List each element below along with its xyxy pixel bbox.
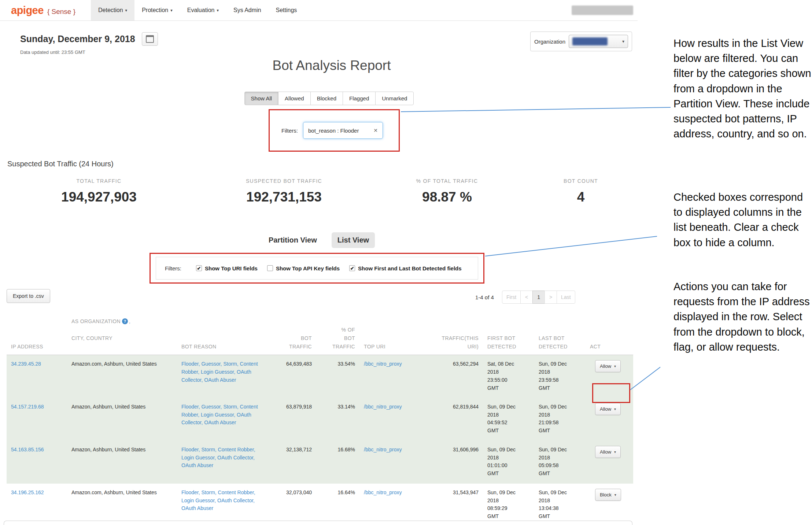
action-dropdown[interactable]: Allow▾ <box>595 446 621 458</box>
callout-line-action <box>630 367 660 390</box>
col-bot-reason[interactable]: BOT REASON <box>177 309 267 355</box>
top-uri-link[interactable]: /bbc_nitro_proxy <box>364 361 402 367</box>
checkbox-show-top-uri-fields[interactable]: ✔ Show Top URI fields <box>196 265 258 271</box>
first-bot-detected-cell: Sun, 09 Dec 2018 01:01:00 GMT <box>483 441 534 484</box>
action-dropdown[interactable]: Allow▾ <box>595 403 621 415</box>
checkbox-icon[interactable]: ✔ <box>349 265 355 271</box>
checkbox-show-top-api-key-fields[interactable]: Show Top API Key fields <box>267 265 340 271</box>
ip-address-cell: 54.157.219.68 <box>7 398 67 441</box>
ip-address-cell: 54.163.85.156 <box>7 441 67 484</box>
help-icon[interactable]: ? <box>122 318 128 324</box>
checkbox-label: Show First and Last Bot Detected fields <box>358 265 462 271</box>
bot-traffic-cell: 64,639,483 <box>267 355 316 398</box>
bot-reason-link[interactable]: Guessor, <box>201 404 222 410</box>
tab-partition-view[interactable]: Partition View <box>263 232 323 248</box>
date-block: Sunday, December 9, 2018 Data updated un… <box>20 32 158 55</box>
organization-dropdown[interactable]: ▾ <box>569 35 628 48</box>
bot-reason-link[interactable]: Login Guessor, <box>201 369 235 375</box>
bot-reason-link[interactable]: Flooder, <box>181 361 200 367</box>
nav-item-label: Settings <box>276 7 297 14</box>
pagination-next-button[interactable]: > <box>545 291 557 304</box>
col-bot-traffic[interactable]: BOT TRAFFIC <box>267 309 316 355</box>
status-tabs: Show All Allowed Blocked Flagged Unmarke… <box>10 92 648 105</box>
bot-reason-link[interactable]: Flooder, <box>181 489 200 495</box>
bot-reason-link[interactable]: Flooder, <box>181 447 200 452</box>
brand: apigee { Sense } <box>11 4 75 16</box>
nav-item-protection[interactable]: Protection ▾ <box>134 0 180 21</box>
bot-reason-link[interactable]: OAuth Collector, <box>217 498 255 503</box>
col-as-organization[interactable]: AS ORGANIZATION?, CITY, COUNTRY <box>67 309 177 355</box>
organization-control: Organization ▾ <box>530 32 632 51</box>
bot-reason-link[interactable]: Content Robber, <box>218 447 255 452</box>
col-pct-bot-traffic[interactable]: % OF BOT TRAFFIC <box>316 309 359 355</box>
tab-blocked[interactable]: Blocked <box>310 92 343 105</box>
tab-allowed[interactable]: Allowed <box>278 92 311 105</box>
bot-reason-link[interactable]: Login Guessor, <box>181 498 216 503</box>
ip-address-link[interactable]: 54.157.219.68 <box>11 404 44 410</box>
act-cell: Block▾ <box>586 484 633 525</box>
top-uri-link[interactable]: /bbc_nitro_proxy <box>364 447 402 452</box>
pagination-first-button[interactable]: First <box>502 291 521 304</box>
checkbox-show-first-last-bot-detected-fields[interactable]: ✔ Show First and Last Bot Detected field… <box>349 265 462 271</box>
nav-item-detection[interactable]: Detection ▾ <box>91 0 134 21</box>
top-uri-link[interactable]: /bbc_nitro_proxy <box>364 404 402 410</box>
col-act: ACT <box>586 309 633 355</box>
bot-reason-link[interactable]: Storm, <box>201 447 216 452</box>
top-uri-cell: /bbc_nitro_proxy <box>359 398 420 441</box>
first-bot-detected-cell: Sat, 08 Dec 2018 23:55:00 GMT <box>483 355 534 398</box>
col-last-bot-detected[interactable]: LAST BOT DETECTED <box>534 309 586 355</box>
col-label: AS ORGANIZATION <box>71 318 121 324</box>
bot-reason-link[interactable]: OAuth Abuser <box>204 377 236 383</box>
bot-reason-link[interactable]: Storm, <box>201 489 216 495</box>
filter-chip-text: bot_reason : Flooder <box>308 127 359 134</box>
nav-item-settings[interactable]: Settings <box>269 0 304 21</box>
checkbox-icon[interactable] <box>267 265 273 271</box>
col-traffic-this-uri[interactable]: TRAFFIC(THIS URI) <box>420 309 483 355</box>
bot-reason-link[interactable]: Login Guessor, <box>201 412 235 418</box>
bot-reason-link[interactable]: OAuth Abuser <box>181 462 213 468</box>
last-bot-detected-cell: Sun, 09 Dec 2018 05:09:58 GMT <box>534 441 586 484</box>
pct-bot-traffic-cell: 16.68% <box>316 441 359 484</box>
first-bot-detected-cell: Sun, 09 Dec 2018 04:59:52 GMT <box>483 398 534 441</box>
ip-address-link[interactable]: 54.163.85.156 <box>11 447 44 452</box>
tab-show-all[interactable]: Show All <box>244 92 279 105</box>
filter-chip[interactable]: bot_reason : Flooder ✕ <box>303 122 383 139</box>
top-uri-link[interactable]: /bbc_nitro_proxy <box>364 489 402 495</box>
ip-address-link[interactable]: 34.239.45.28 <box>11 361 41 367</box>
action-dropdown[interactable]: Allow▾ <box>595 360 621 372</box>
pagination-page-button[interactable]: 1 <box>532 291 545 304</box>
bot-reason-link[interactable]: Storm, <box>223 361 238 367</box>
top-uri-cell: /bbc_nitro_proxy <box>359 441 420 484</box>
bot-reason-link[interactable]: OAuth Abuser <box>204 419 236 425</box>
chevron-down-icon: ▾ <box>614 450 616 454</box>
report-title: Bot Analysis Report <box>13 58 650 73</box>
nav-item-sys-admin[interactable]: Sys Admin <box>226 0 269 21</box>
tab-list-view[interactable]: List View <box>332 232 375 248</box>
stat-value: 194,927,903 <box>0 189 198 205</box>
calendar-button[interactable] <box>142 32 158 46</box>
remove-filter-icon[interactable]: ✕ <box>373 127 378 133</box>
pagination-last-button[interactable]: Last <box>557 291 575 304</box>
ip-address-link[interactable]: 34.196.25.162 <box>11 489 44 495</box>
bot-reason-link[interactable]: Guessor, <box>201 361 222 367</box>
bot-reason-link[interactable]: Content Robber, <box>218 489 255 495</box>
organization-label: Organization <box>534 38 565 45</box>
main-nav: Detection ▾ Protection ▾ Evaluation ▾ Sy… <box>91 0 304 21</box>
action-dropdown[interactable]: Block▾ <box>595 489 621 501</box>
bot-reason-link[interactable]: OAuth Collector, <box>217 455 255 461</box>
tab-flagged[interactable]: Flagged <box>343 92 376 105</box>
pagination-prev-button[interactable]: < <box>520 291 533 304</box>
chevron-down-icon: ▾ <box>125 8 128 13</box>
bot-reason-link[interactable]: Storm, <box>223 404 238 410</box>
bot-reason-link[interactable]: OAuth Abuser <box>181 505 213 511</box>
bot-reason-link[interactable]: Login Guessor, <box>181 455 216 461</box>
col-top-uri[interactable]: TOP URI <box>359 309 420 355</box>
bot-reason-link[interactable]: Flooder, <box>181 404 200 410</box>
nav-item-evaluation[interactable]: Evaluation ▾ <box>180 0 226 21</box>
page-date: Sunday, December 9, 2018 <box>20 34 135 44</box>
col-first-bot-detected[interactable]: FIRST BOT DETECTED <box>483 309 534 355</box>
checkbox-icon[interactable]: ✔ <box>196 265 202 271</box>
col-ip-address[interactable]: IP ADDRESS <box>7 309 67 355</box>
export-csv-button[interactable]: Export to .csv <box>7 289 50 303</box>
tab-unmarked[interactable]: Unmarked <box>375 92 414 105</box>
